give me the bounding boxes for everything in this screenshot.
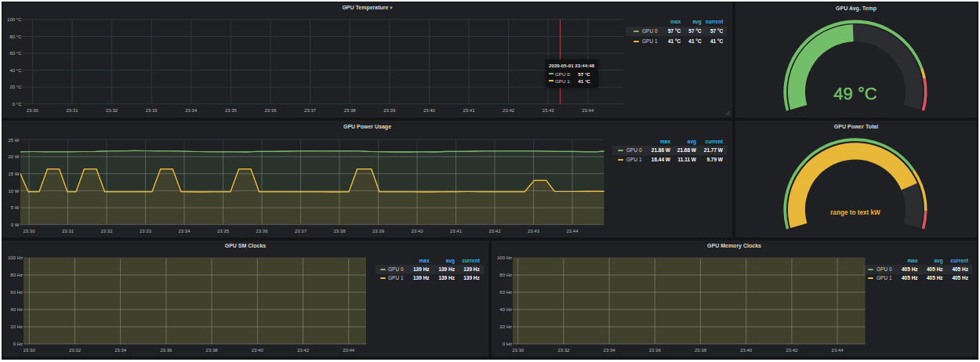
svg-text:range to text kW: range to text kW (830, 209, 880, 216)
svg-text:49 °C: 49 °C (833, 84, 877, 103)
